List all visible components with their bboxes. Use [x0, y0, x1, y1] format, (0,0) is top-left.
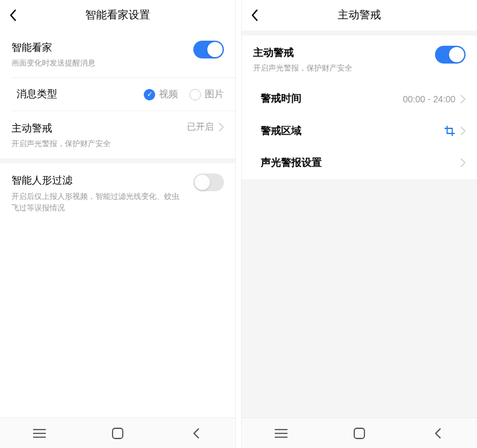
- smart-watch-toggle[interactable]: [193, 41, 224, 58]
- nav-back-button[interactable]: [412, 418, 463, 449]
- alert-sub: 开启声光警报，保护财产安全: [253, 62, 435, 74]
- nav-home-button[interactable]: [92, 418, 143, 449]
- right-header: 主动警戒: [242, 0, 477, 31]
- chevron-right-icon: [460, 158, 466, 167]
- left-content: 智能看家 画面变化时发送提醒消息 消息类型 ✓ 视频 图片 主动警戒: [0, 31, 235, 417]
- alert-time-value: 00:00 - 24:00: [403, 94, 455, 104]
- alert-toggle-row: 主动警戒 开启声光警报，保护财产安全: [242, 36, 477, 83]
- message-type-radio-group: ✓ 视频 图片: [144, 88, 224, 100]
- active-alert-value: 已开启: [187, 121, 214, 133]
- smart-watch-row: 智能看家 画面变化时发送提醒消息: [0, 31, 235, 78]
- page-title: 智能看家设置: [85, 8, 150, 22]
- radio-image-label: 图片: [205, 88, 224, 100]
- home-icon: [112, 428, 123, 439]
- radio-image[interactable]: 图片: [190, 88, 224, 100]
- alert-toggle[interactable]: [435, 46, 466, 64]
- smart-watch-title: 智能看家: [11, 41, 193, 55]
- svg-rect-3: [113, 428, 123, 438]
- home-icon: [354, 428, 365, 439]
- android-nav-bar: [242, 417, 477, 448]
- chevron-left-icon: [251, 9, 258, 22]
- active-alert-sub: 开启声光警报，保护财产安全: [11, 138, 187, 149]
- back-icon: [192, 428, 200, 439]
- alert-sound-title: 声光警报设置: [261, 156, 322, 170]
- chevron-right-icon: [460, 95, 466, 104]
- recent-icon: [275, 428, 287, 438]
- message-type-row: 消息类型 ✓ 视频 图片: [0, 78, 235, 110]
- nav-back-button[interactable]: [170, 418, 221, 449]
- nav-recent-button[interactable]: [256, 418, 307, 449]
- radio-video[interactable]: ✓ 视频: [144, 88, 178, 100]
- nav-home-button[interactable]: [334, 418, 385, 449]
- smart-watch-sub: 画面变化时发送提醒消息: [11, 57, 193, 69]
- crop-icon: [444, 125, 455, 137]
- human-filter-title: 智能人形过滤: [11, 173, 181, 187]
- radio-checked-icon: ✓: [144, 89, 155, 100]
- chevron-right-icon: [219, 123, 224, 132]
- active-alert-row[interactable]: 主动警戒 开启声光警报，保护财产安全 已开启: [0, 111, 235, 158]
- alert-title: 主动警戒: [253, 46, 435, 60]
- human-filter-toggle[interactable]: [193, 173, 224, 191]
- right-content: 主动警戒 开启声光警报，保护财产安全 警戒时间 00:00 - 24:00 警戒…: [242, 31, 477, 417]
- right-screen: 主动警戒 主动警戒 开启声光警报，保护财产安全 警戒时间 00:00 - 24:…: [242, 0, 477, 448]
- back-button[interactable]: [242, 0, 267, 31]
- nav-recent-button[interactable]: [14, 418, 65, 449]
- svg-rect-7: [354, 428, 364, 438]
- human-filter-sub: 开启后仅上报人形视频，智能过滤光线变化、蚊虫飞过等误报情况: [11, 191, 181, 214]
- radio-video-label: 视频: [159, 88, 178, 100]
- message-type-title: 消息类型: [17, 87, 57, 101]
- radio-unchecked-icon: [190, 89, 201, 100]
- active-alert-title: 主动警戒: [11, 121, 187, 135]
- alert-time-row[interactable]: 警戒时间 00:00 - 24:00: [242, 83, 477, 114]
- chevron-left-icon: [9, 9, 17, 22]
- alert-area-row[interactable]: 警戒区域: [242, 115, 477, 147]
- human-filter-row: 智能人形过滤 开启后仅上报人形视频，智能过滤光线变化、蚊虫飞过等误报情况: [0, 163, 235, 222]
- alert-area-title: 警戒区域: [261, 124, 301, 138]
- recent-icon: [33, 428, 46, 438]
- page-title: 主动警戒: [338, 8, 381, 22]
- chevron-right-icon: [460, 126, 466, 135]
- android-nav-bar: [0, 417, 235, 448]
- left-screen: 智能看家设置 智能看家 画面变化时发送提醒消息 消息类型 ✓ 视频 图片: [0, 0, 235, 448]
- alert-time-title: 警戒时间: [261, 92, 301, 105]
- left-header: 智能看家设置: [0, 0, 235, 31]
- back-button[interactable]: [0, 0, 25, 31]
- back-icon: [434, 428, 441, 439]
- alert-sound-row[interactable]: 声光警报设置: [242, 147, 477, 179]
